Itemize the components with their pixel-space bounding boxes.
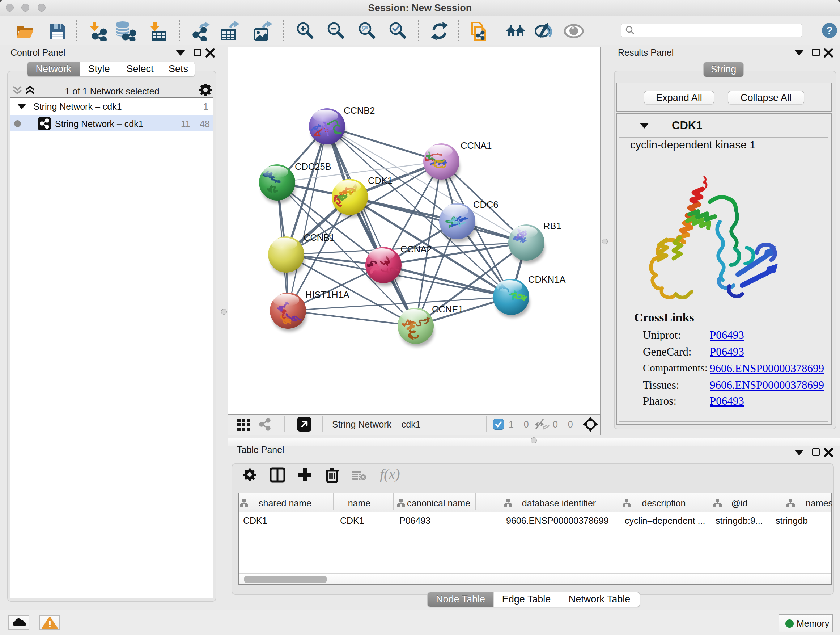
svg-text:CDK1: CDK1 — [368, 176, 393, 186]
svg-text:CCNB2: CCNB2 — [344, 105, 375, 116]
svg-text:CCNB1: CCNB1 — [303, 233, 335, 242]
svg-text:CCNA2: CCNA2 — [401, 244, 431, 254]
svg-text:RB1: RB1 — [543, 221, 561, 231]
svg-text:HIST1H1A: HIST1H1A — [305, 290, 349, 300]
svg-text:CCNE1: CCNE1 — [432, 304, 463, 314]
svg-text:CDKN1A: CDKN1A — [528, 274, 565, 285]
svg-text:CDC6: CDC6 — [473, 200, 498, 210]
svg-text:CDC25B: CDC25B — [295, 162, 332, 172]
svg-text:CCNA1: CCNA1 — [461, 141, 492, 150]
